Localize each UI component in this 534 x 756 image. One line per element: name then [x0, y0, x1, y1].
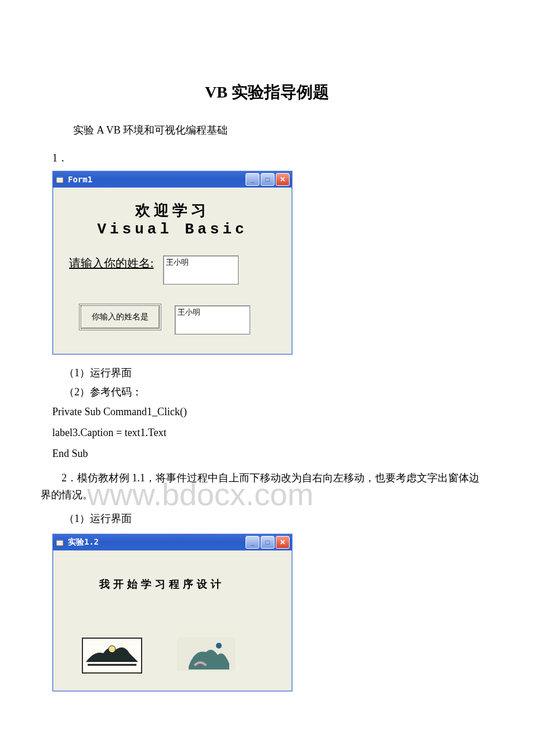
welcome-line-2: Visual Basic: [63, 221, 282, 238]
code-line-1: Private Sub Command1_Click(): [52, 401, 499, 422]
page-title: VB 实验指导例题: [35, 81, 499, 103]
form1-title-text: Form1: [68, 175, 246, 184]
section-1-number: 1．: [52, 151, 499, 165]
maximize-button[interactable]: □: [261, 173, 275, 186]
svg-point-7: [216, 643, 222, 649]
form2-titlebar[interactable]: 实验1.2 _ □ ✕: [53, 534, 292, 550]
form1-titlebar[interactable]: Form1 _ □ ✕: [53, 171, 292, 188]
intro-text: 实验 A VB 环境和可视化编程基础: [52, 121, 499, 139]
welcome-line-1: 欢迎学习: [63, 200, 282, 221]
minimize-button[interactable]: _: [246, 173, 259, 186]
name-input[interactable]: 王小明: [163, 255, 239, 285]
form2-window: 实验1.2 _ □ ✕ 我开始学习程序设计: [52, 534, 293, 692]
code-line-3: End Sub: [52, 443, 499, 464]
close-button[interactable]: ✕: [276, 536, 290, 549]
show-name-button[interactable]: 你输入的姓名是: [81, 305, 160, 329]
image-box-2[interactable]: [177, 638, 235, 671]
form1-window: Form1 _ □ ✕ 欢迎学习 Visual Basic 请输入你的姓名: 王…: [52, 171, 293, 355]
caption-run-ui-2: （1）运行界面: [64, 509, 499, 528]
form-icon: [55, 538, 64, 547]
image-box-1[interactable]: [82, 638, 142, 674]
close-button[interactable]: ✕: [276, 173, 290, 186]
section-2-text: 2．模仿教材例 1.1，将事件过程中自上而下移动改为自右向左移动，也要考虑文字出…: [41, 470, 482, 503]
svg-point-5: [109, 646, 116, 653]
form2-title-text: 实验1.2: [68, 537, 246, 548]
moving-text-label: 我开始学习程序设计: [99, 577, 280, 591]
form-icon: [55, 175, 64, 184]
caption-run-ui: （1）运行界面: [64, 363, 499, 382]
caption-code: （2）参考代码：: [64, 383, 499, 401]
maximize-button[interactable]: □: [261, 536, 275, 549]
name-prompt-label: 请输入你的姓名:: [69, 255, 154, 271]
svg-rect-1: [56, 176, 63, 178]
svg-rect-3: [56, 539, 63, 541]
code-line-2: label3.Caption = text1.Text: [52, 422, 499, 443]
name-output-label: 王小明: [175, 305, 250, 334]
minimize-button[interactable]: _: [246, 536, 259, 549]
